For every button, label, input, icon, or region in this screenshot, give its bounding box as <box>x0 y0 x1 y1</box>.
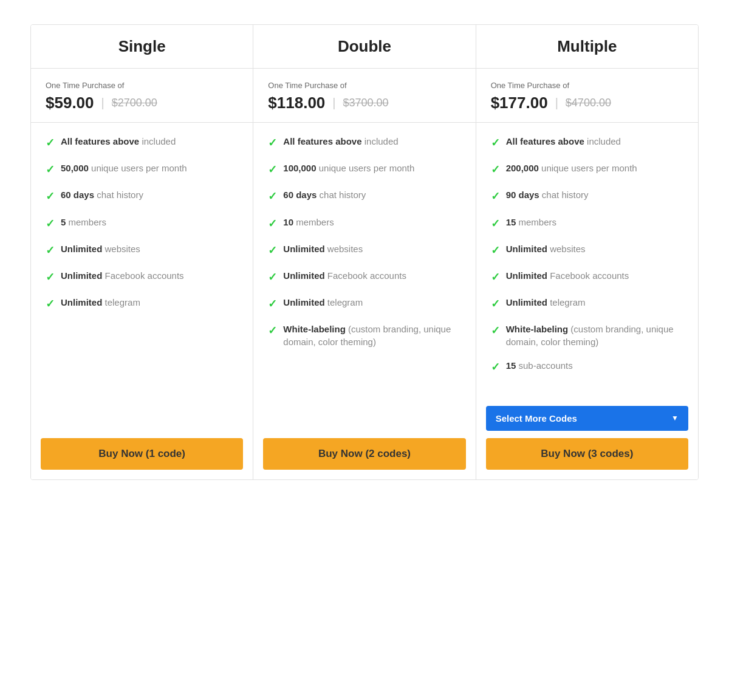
price-section-single: One Time Purchase of$59.00|$2700.00 <box>31 69 253 123</box>
chevron-down-icon-multiple: ▼ <box>671 414 679 422</box>
price-divider-multiple: | <box>555 96 558 110</box>
feature-item-single-3: ✓5 members <box>46 216 238 232</box>
feature-text-single-1: 50,000 unique users per month <box>61 162 187 174</box>
price-label-multiple: One Time Purchase of <box>491 81 683 90</box>
feature-item-multiple-2: ✓90 days chat history <box>491 188 683 204</box>
feature-text-double-4: Unlimited websites <box>283 242 363 255</box>
feature-item-double-4: ✓Unlimited websites <box>268 242 460 258</box>
features-section-single: ✓All features above included✓50,000 uniq… <box>31 123 253 431</box>
features-section-double: ✓All features above included✓100,000 uni… <box>253 123 475 431</box>
price-row-double: $118.00|$3700.00 <box>268 94 460 112</box>
feature-item-double-2: ✓60 days chat history <box>268 188 460 204</box>
buy-button-multiple[interactable]: Buy Now (3 codes) <box>486 438 688 470</box>
price-row-multiple: $177.00|$4700.00 <box>491 94 683 112</box>
price-row-single: $59.00|$2700.00 <box>46 94 238 112</box>
pricing-col-multiple: MultipleOne Time Purchase of$177.00|$470… <box>476 25 698 479</box>
feature-text-multiple-2: 90 days chat history <box>506 188 589 201</box>
price-label-single: One Time Purchase of <box>46 81 238 90</box>
col-title-single: Single <box>41 37 243 56</box>
feature-item-multiple-7: ✓White-labeling (custom branding, unique… <box>491 323 683 348</box>
btn-section-single: Buy Now (1 code) <box>31 431 253 479</box>
check-icon-single-4: ✓ <box>46 243 55 258</box>
check-icon-multiple-2: ✓ <box>491 189 500 204</box>
price-section-double: One Time Purchase of$118.00|$3700.00 <box>253 69 475 123</box>
feature-item-single-6: ✓Unlimited telegram <box>46 296 238 312</box>
feature-text-multiple-5: Unlimited Facebook accounts <box>506 269 629 282</box>
buy-button-single[interactable]: Buy Now (1 code) <box>41 438 243 470</box>
check-icon-single-0: ✓ <box>46 136 55 151</box>
features-section-multiple: ✓All features above included✓200,000 uni… <box>476 123 698 399</box>
check-icon-single-6: ✓ <box>46 297 55 312</box>
feature-text-multiple-7: White-labeling (custom branding, unique … <box>506 323 683 348</box>
feature-item-single-4: ✓Unlimited websites <box>46 242 238 258</box>
feature-text-double-0: All features above included <box>283 135 398 148</box>
check-icon-double-1: ✓ <box>268 162 277 177</box>
check-icon-double-2: ✓ <box>268 189 277 204</box>
feature-text-multiple-6: Unlimited telegram <box>506 296 586 309</box>
check-icon-single-3: ✓ <box>46 216 55 232</box>
feature-item-multiple-6: ✓Unlimited telegram <box>491 296 683 312</box>
feature-text-single-5: Unlimited Facebook accounts <box>61 269 184 282</box>
feature-item-multiple-1: ✓200,000 unique users per month <box>491 162 683 177</box>
price-current-single: $59.00 <box>46 94 94 112</box>
check-icon-multiple-6: ✓ <box>491 297 500 312</box>
check-icon-single-2: ✓ <box>46 189 55 204</box>
price-label-double: One Time Purchase of <box>268 81 460 90</box>
pricing-table: SingleOne Time Purchase of$59.00|$2700.0… <box>30 24 699 480</box>
check-icon-single-1: ✓ <box>46 162 55 177</box>
pricing-col-double: DoubleOne Time Purchase of$118.00|$3700.… <box>253 25 476 479</box>
feature-text-multiple-8: 15 sub-accounts <box>506 359 573 372</box>
feature-item-single-0: ✓All features above included <box>46 135 238 151</box>
pricing-col-single: SingleOne Time Purchase of$59.00|$2700.0… <box>31 25 253 479</box>
check-icon-multiple-3: ✓ <box>491 216 500 232</box>
check-icon-double-5: ✓ <box>268 270 277 285</box>
feature-text-multiple-4: Unlimited websites <box>506 242 586 255</box>
price-original-single: $2700.00 <box>112 97 157 109</box>
feature-text-double-7: White-labeling (custom branding, unique … <box>283 323 460 348</box>
price-original-multiple: $4700.00 <box>566 97 611 109</box>
price-current-double: $118.00 <box>268 94 325 112</box>
check-icon-double-7: ✓ <box>268 323 277 338</box>
feature-text-single-3: 5 members <box>61 216 106 228</box>
check-icon-multiple-0: ✓ <box>491 136 500 151</box>
feature-text-multiple-3: 15 members <box>506 216 556 228</box>
feature-item-multiple-8: ✓15 sub-accounts <box>491 359 683 375</box>
feature-text-single-4: Unlimited websites <box>61 242 140 255</box>
feature-item-multiple-0: ✓All features above included <box>491 135 683 151</box>
check-icon-double-4: ✓ <box>268 243 277 258</box>
check-icon-double-3: ✓ <box>268 216 277 232</box>
feature-item-double-7: ✓White-labeling (custom branding, unique… <box>268 323 460 348</box>
check-icon-multiple-7: ✓ <box>491 323 500 338</box>
col-header-single: Single <box>31 25 253 69</box>
btn-section-double: Buy Now (2 codes) <box>253 431 475 479</box>
check-icon-single-5: ✓ <box>46 270 55 285</box>
feature-text-double-3: 10 members <box>283 216 334 228</box>
feature-item-double-5: ✓Unlimited Facebook accounts <box>268 269 460 285</box>
feature-text-single-6: Unlimited telegram <box>61 296 140 309</box>
price-original-double: $3700.00 <box>343 97 389 109</box>
price-divider-double: | <box>332 96 335 110</box>
feature-item-multiple-3: ✓15 members <box>491 216 683 232</box>
feature-text-double-1: 100,000 unique users per month <box>283 162 414 174</box>
col-title-double: Double <box>263 37 465 56</box>
check-icon-double-6: ✓ <box>268 297 277 312</box>
feature-text-single-0: All features above included <box>61 135 176 148</box>
feature-item-multiple-5: ✓Unlimited Facebook accounts <box>491 269 683 285</box>
check-icon-multiple-5: ✓ <box>491 270 500 285</box>
feature-item-multiple-4: ✓Unlimited websites <box>491 242 683 258</box>
feature-item-single-1: ✓50,000 unique users per month <box>46 162 238 177</box>
select-more-label-multiple: Select More Codes <box>496 413 577 424</box>
select-more-button-multiple[interactable]: Select More Codes▼ <box>486 406 688 431</box>
feature-item-double-6: ✓Unlimited telegram <box>268 296 460 312</box>
feature-item-single-5: ✓Unlimited Facebook accounts <box>46 269 238 285</box>
feature-item-double-3: ✓10 members <box>268 216 460 232</box>
price-current-multiple: $177.00 <box>491 94 548 112</box>
buy-button-double[interactable]: Buy Now (2 codes) <box>263 438 465 470</box>
check-icon-double-0: ✓ <box>268 136 277 151</box>
check-icon-multiple-1: ✓ <box>491 162 500 177</box>
feature-item-double-0: ✓All features above included <box>268 135 460 151</box>
col-header-multiple: Multiple <box>476 25 698 69</box>
feature-text-double-2: 60 days chat history <box>283 188 366 201</box>
btn-section-multiple: Select More Codes▼Buy Now (3 codes) <box>476 399 698 479</box>
check-icon-multiple-8: ✓ <box>491 360 500 375</box>
